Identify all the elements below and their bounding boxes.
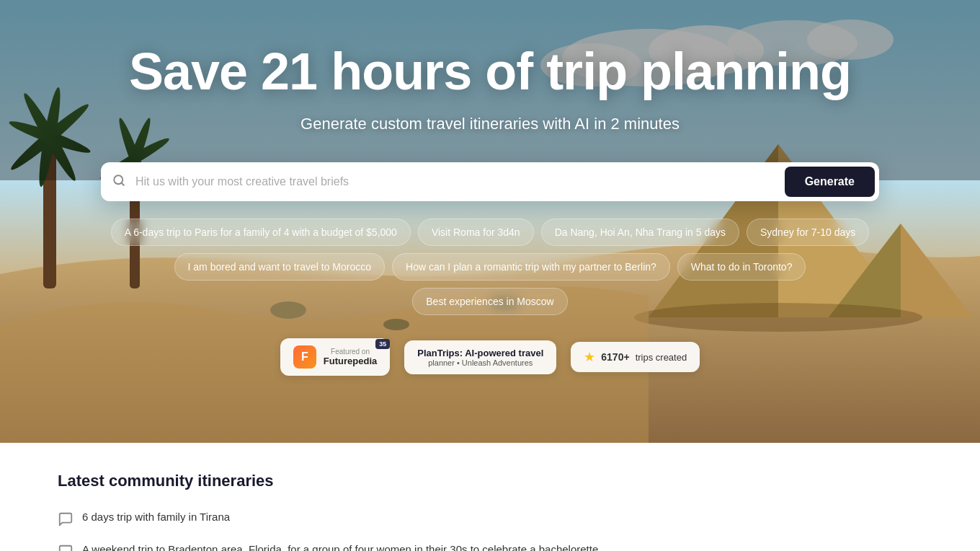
trips-created-badge: ★ 6170+ trips created [571,342,700,372]
chip-morocco[interactable]: I am bored and want to travel to Morocco [174,253,385,281]
chip-berlin[interactable]: How can I plan a romantic trip with my p… [392,253,670,281]
search-bar: Generate [101,162,879,201]
hero-subtitle: Generate custom travel itineraries with … [29,115,951,133]
plantrips-line1: PlanTrips: AI-powered travel [417,348,543,358]
suggestions-container: A 6-days trip to Paris for a family of 4… [101,219,879,315]
chip-visit-roma[interactable]: Visit Roma for 3d4n [418,219,534,246]
chip-toronto[interactable]: What to do in Toronto? [677,253,806,281]
search-input[interactable] [133,168,785,195]
search-icon [112,174,125,190]
comment-icon-2 [58,544,74,551]
chip-moscow[interactable]: Best experiences in Moscow [412,288,567,315]
list-item[interactable]: A weekend trip to Bradenton area, Florid… [58,540,922,551]
chip-da-nang[interactable]: Da Nang, Hoi An, Nha Trang in 5 days [541,219,739,246]
itinerary-item-text-2: A weekend trip to Bradenton area, Florid… [82,543,598,551]
chip-sydney[interactable]: Sydney for 7-10 days [747,219,869,246]
futurepedia-name: Futurepedia [324,356,377,366]
itinerary-item-text-1: 6 days trip with family in Tirana [82,511,230,523]
futurepedia-text-wrap: Featured on Futurepedia 35 [324,348,377,366]
plantrips-text: PlanTrips: AI-powered travel planner • U… [417,348,543,367]
star-icon: ★ [584,349,595,365]
hero-content: Save 21 hours of trip planning Generate … [0,43,980,376]
futurepedia-badge: F Featured on Futurepedia 35 [280,338,390,376]
hero-section: Save 21 hours of trip planning Generate … [0,0,980,443]
trips-count: 6170+ [601,351,629,363]
svg-line-26 [121,182,123,185]
itinerary-list: 6 days trip with family in Tirana A week… [58,508,922,551]
plantrips-line2: planner • Unleash Adventures [417,358,543,367]
plantrips-badge: PlanTrips: AI-powered travel planner • U… [404,340,556,374]
chip-paris-family[interactable]: A 6-days trip to Paris for a family of 4… [111,219,411,246]
bottom-section: Latest community itineraries 6 days trip… [0,443,980,551]
futurepedia-logo: F [293,345,316,369]
list-item[interactable]: 6 days trip with family in Tirana [58,508,922,530]
hero-title: Save 21 hours of trip planning [29,43,951,100]
featured-on-label: Featured on [324,348,377,356]
generate-button[interactable]: Generate [785,167,875,197]
comment-icon-1 [58,511,74,527]
community-section-title: Latest community itineraries [58,472,922,490]
trips-label: trips created [636,352,687,363]
futurepedia-number: 35 [375,339,390,349]
badges-row: F Featured on Futurepedia 35 PlanTrips: … [29,338,951,376]
